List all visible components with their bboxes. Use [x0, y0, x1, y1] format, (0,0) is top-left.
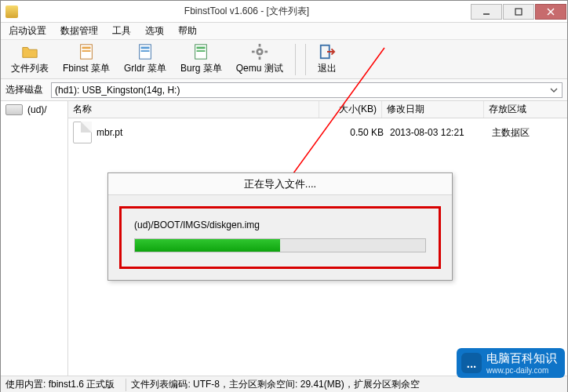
disk-selector-bar: 选择磁盘 (hd1): USB_Kingston(14g, H:) — [1, 79, 567, 101]
close-button[interactable] — [535, 4, 566, 20]
divider — [305, 44, 306, 75]
column-header-name[interactable]: 名称 — [68, 101, 319, 118]
tree-root[interactable]: (ud)/ — [1, 101, 67, 118]
file-region: 主数据区 — [492, 126, 563, 140]
svg-rect-5 — [82, 47, 91, 49]
watermark-title: 电脑百科知识 — [486, 351, 557, 366]
file-size: 0.50 KB — [327, 127, 390, 138]
minimize-button[interactable] — [471, 4, 502, 20]
column-header-size[interactable]: 大小(KB) — [319, 101, 382, 118]
column-header-region[interactable]: 存放区域 — [484, 101, 555, 118]
toolbar: 文件列表Fbinst 菜单Grldr 菜单Burg 菜单Qemu 测试退出 — [1, 40, 567, 79]
app-icon — [5, 5, 18, 18]
column-header-date[interactable]: 修改日期 — [382, 101, 484, 118]
list-item[interactable]: mbr.pt0.50 KB2013-08-03 12:21主数据区 — [68, 118, 567, 147]
svg-point-18 — [258, 50, 261, 53]
file-icon — [73, 122, 92, 143]
divider — [295, 44, 296, 75]
disk-selector-label: 选择磁盘 — [5, 83, 46, 96]
svg-rect-9 — [141, 50, 150, 52]
window-title: FbinstTool v1.606 - [文件列表] — [23, 5, 471, 18]
file-list-button[interactable]: 文件列表 — [4, 41, 56, 78]
toolbar-label: Grldr 菜单 — [124, 62, 166, 75]
burg-menu-button[interactable]: Burg 菜单 — [173, 41, 229, 78]
exit-icon — [319, 43, 336, 60]
disk-selector-value: (hd1): USB_Kingston(14g, H:) — [55, 85, 180, 96]
list-header: 名称 大小(KB) 修改日期 存放区域 — [68, 101, 567, 118]
progress-fill — [135, 239, 280, 252]
gear-icon — [251, 43, 268, 60]
titlebar: FbinstTool v1.606 - [文件列表] — [1, 1, 567, 23]
sheet-blue-icon — [137, 43, 154, 60]
import-path: (ud)/BOOT/IMGS/diskgen.img — [134, 220, 426, 230]
menubar: 启动设置数据管理工具选项帮助 — [1, 23, 567, 40]
fbinst-menu-button[interactable]: Fbinst 菜单 — [56, 41, 117, 78]
tree-root-label: (ud)/ — [27, 104, 47, 115]
menu-item[interactable]: 帮助 — [173, 23, 202, 39]
maximize-button[interactable] — [503, 4, 534, 20]
dialog-title: 正在导入文件.... — [108, 173, 452, 195]
toolbar-label: Burg 菜单 — [180, 62, 222, 75]
svg-rect-12 — [197, 50, 206, 52]
watermark-url: www.pc-daily.com — [486, 366, 557, 375]
sheet-green-icon — [192, 43, 209, 60]
toolbar-label: Fbinst 菜单 — [63, 62, 110, 75]
menu-item[interactable]: 数据管理 — [56, 23, 103, 39]
svg-rect-8 — [141, 47, 150, 49]
tree-pane: (ud)/ — [1, 101, 68, 376]
toolbar-label: 退出 — [318, 62, 337, 75]
folder-icon — [21, 43, 38, 60]
sheet-orange-icon — [78, 43, 95, 60]
grldr-menu-button[interactable]: Grldr 菜单 — [117, 41, 173, 78]
toolbar-label: 文件列表 — [11, 62, 49, 75]
import-dialog: 正在导入文件.... (ud)/BOOT/IMGS/diskgen.img — [107, 172, 453, 281]
menu-item[interactable]: 工具 — [107, 23, 136, 39]
toolbar-label: Qemu 测试 — [236, 62, 283, 75]
menu-item[interactable]: 启动设置 — [4, 23, 51, 39]
disk-selector[interactable]: (hd1): USB_Kingston(14g, H:) — [51, 82, 563, 98]
chevron-down-icon — [548, 84, 560, 96]
svg-rect-1 — [515, 9, 522, 15]
status-left: 使用内置: fbinst1.6 正式版 — [5, 378, 121, 391]
svg-rect-6 — [82, 50, 91, 52]
divider — [126, 379, 126, 391]
watermark: ... 电脑百科知识 www.pc-daily.com — [457, 348, 565, 378]
file-date: 2013-08-03 12:21 — [390, 127, 492, 138]
drive-icon — [5, 104, 23, 115]
qemu-test-button[interactable]: Qemu 测试 — [229, 41, 290, 78]
file-name: mbr.pt — [96, 127, 327, 138]
statusbar: 使用内置: fbinst1.6 正式版 文件列表编码: UTF-8，主分区剩余空… — [1, 376, 567, 392]
menu-item[interactable]: 选项 — [140, 23, 169, 39]
watermark-icon: ... — [461, 353, 482, 373]
svg-rect-11 — [197, 47, 206, 49]
exit-button[interactable]: 退出 — [311, 41, 344, 78]
progress-bar — [134, 238, 426, 252]
status-right: 文件列表编码: UTF-8，主分区剩余空间: 29.41(MB)，扩展分区剩余空 — [131, 378, 425, 391]
dialog-highlight-box: (ud)/BOOT/IMGS/diskgen.img — [119, 206, 441, 269]
